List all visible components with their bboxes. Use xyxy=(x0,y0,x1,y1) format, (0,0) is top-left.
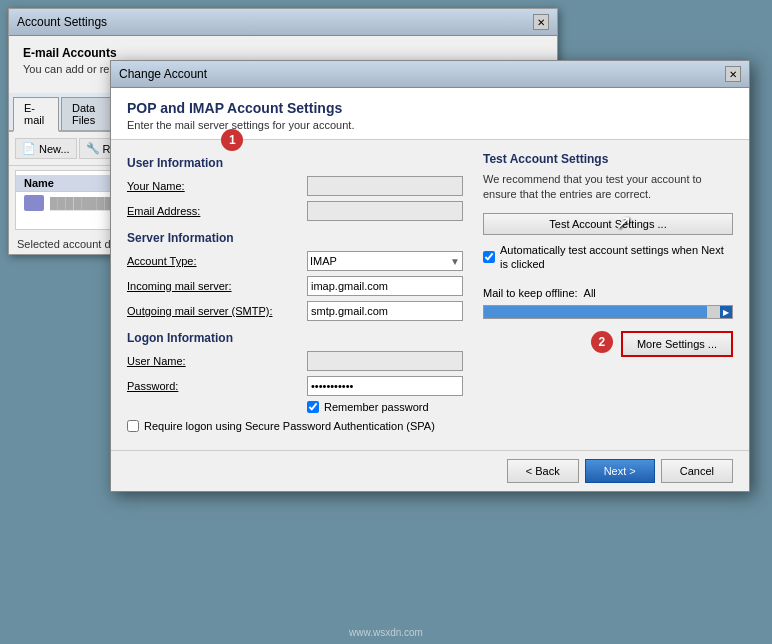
secure-auth-label: Require logon using Secure Password Auth… xyxy=(144,419,435,433)
remember-password-row: Remember password xyxy=(307,401,463,413)
avatar xyxy=(24,195,44,211)
secure-auth-row: Require logon using Secure Password Auth… xyxy=(127,419,463,433)
logon-info-section: Logon Information xyxy=(127,331,463,345)
main-dialog-title: Change Account xyxy=(119,67,207,81)
incoming-mail-row: Incoming mail server: xyxy=(127,276,463,296)
left-panel: User Information Your Name: Email Addres… xyxy=(127,152,463,438)
auto-test-label: Automatically test account settings when… xyxy=(500,243,733,272)
test-settings-title: Test Account Settings xyxy=(483,152,733,166)
watermark: www.wsxdn.com xyxy=(349,627,423,638)
your-name-label: Your Name: xyxy=(127,180,307,192)
outgoing-mail-input[interactable] xyxy=(307,301,463,321)
new-button[interactable]: 📄 New... xyxy=(15,138,77,159)
password-label: Password: xyxy=(127,380,307,392)
dialog-close-button[interactable]: ✕ xyxy=(725,66,741,82)
email-address-label: Email Address: xyxy=(127,205,307,217)
repair-icon: 🔧 xyxy=(86,142,100,155)
slider-thumb[interactable]: ▶ xyxy=(720,306,732,318)
tab-email[interactable]: E-mail xyxy=(13,97,59,132)
your-name-input[interactable] xyxy=(307,176,463,196)
password-row: Password: xyxy=(127,376,463,396)
your-name-row: Your Name: xyxy=(127,176,463,196)
secure-auth-checkbox[interactable] xyxy=(127,420,139,432)
bg-title-bar: Account Settings ✕ xyxy=(9,9,557,36)
dialog-header-title: POP and IMAP Account Settings xyxy=(127,100,733,116)
user-info-section: User Information xyxy=(127,156,463,170)
username-input[interactable] xyxy=(307,351,463,371)
mail-offline-row: Mail to keep offline: All xyxy=(483,287,733,299)
next-button[interactable]: Next > xyxy=(585,459,655,483)
auto-test-row: Automatically test account settings when… xyxy=(483,243,733,272)
remember-password-checkbox[interactable] xyxy=(307,401,319,413)
back-button[interactable]: < Back xyxy=(507,459,579,483)
change-account-dialog: Change Account ✕ POP and IMAP Account Se… xyxy=(110,60,750,492)
incoming-mail-label: Incoming mail server: xyxy=(127,280,307,292)
slider-thumb-icon: ▶ xyxy=(723,308,729,317)
bg-window-title: Account Settings xyxy=(17,15,107,29)
username-label: User Name: xyxy=(127,355,307,367)
more-settings-area: 2 More Settings ... xyxy=(483,331,733,357)
right-panel: Test Account Settings We recommend that … xyxy=(483,152,733,438)
test-settings-desc: We recommend that you test your account … xyxy=(483,172,733,203)
mail-offline-value: All xyxy=(584,287,596,299)
test-account-settings-button[interactable]: Test Account Settings ... xyxy=(483,213,733,235)
auto-test-checkbox[interactable] xyxy=(483,251,495,263)
dialog-header-sub: Enter the mail server settings for your … xyxy=(127,119,733,131)
more-settings-button[interactable]: More Settings ... xyxy=(621,331,733,357)
cancel-button[interactable]: Cancel xyxy=(661,459,733,483)
mail-offline-slider[interactable]: ▶ xyxy=(483,305,733,319)
slider-fill xyxy=(484,306,707,318)
server-info-section: Server Information xyxy=(127,231,463,245)
incoming-mail-input[interactable] xyxy=(307,276,463,296)
password-input[interactable] xyxy=(307,376,463,396)
new-label: New... xyxy=(39,143,70,155)
bg-section-title: E-mail Accounts xyxy=(23,46,543,60)
remember-password-label: Remember password xyxy=(324,401,429,413)
select-arrow-icon: ▼ xyxy=(450,256,460,267)
dialog-body: User Information Your Name: Email Addres… xyxy=(111,140,749,450)
account-type-select[interactable]: IMAP ▼ xyxy=(307,251,463,271)
dialog-header: POP and IMAP Account Settings Enter the … xyxy=(111,88,749,140)
outgoing-mail-row: Outgoing mail server (SMTP): xyxy=(127,301,463,321)
bg-close-button[interactable]: ✕ xyxy=(533,14,549,30)
dialog-footer: < Back Next > Cancel xyxy=(111,450,749,491)
account-type-row: Account Type: IMAP ▼ xyxy=(127,251,463,271)
username-row: User Name: xyxy=(127,351,463,371)
main-title-bar: Change Account ✕ xyxy=(111,61,749,88)
badge-2: 2 xyxy=(591,331,613,353)
email-address-row: Email Address: xyxy=(127,201,463,221)
mail-offline-label: Mail to keep offline: xyxy=(483,287,578,299)
outgoing-mail-label: Outgoing mail server (SMTP): xyxy=(127,305,307,317)
email-address-input[interactable] xyxy=(307,201,463,221)
new-icon: 📄 xyxy=(22,142,36,155)
account-type-value: IMAP xyxy=(310,255,337,267)
account-type-label: Account Type: xyxy=(127,255,307,267)
